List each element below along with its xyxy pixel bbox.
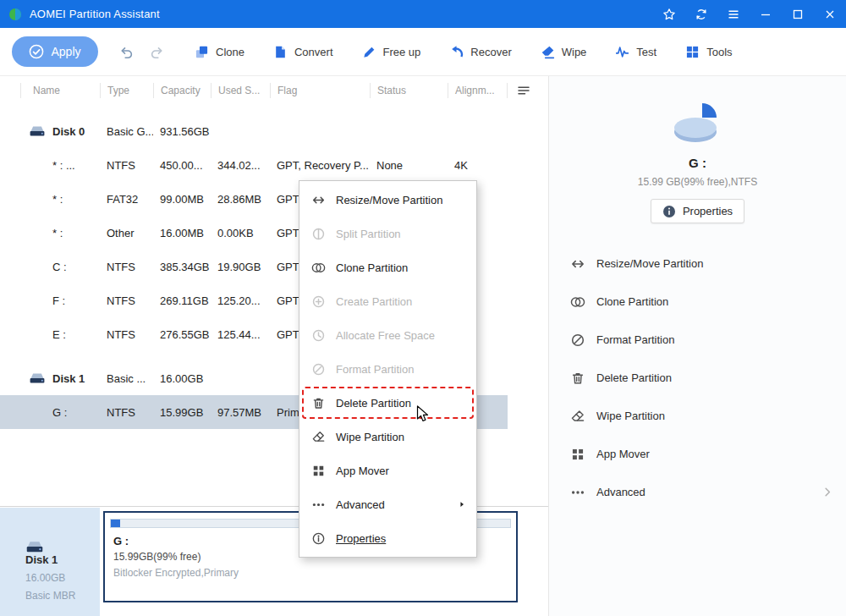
cell-capacity: 16.00GB [153, 372, 211, 385]
menu-item-delete-partition[interactable]: Delete Partition [299, 386, 476, 420]
toolbar-item-free-up[interactable]: Free up [362, 45, 421, 59]
menu-item-clone-partition[interactable]: Clone Partition [299, 250, 476, 284]
table-row-recovery[interactable]: * : ... NTFS 450.00... 344.02... GPT, Re… [0, 148, 508, 182]
format-partition-icon [311, 362, 326, 377]
menu-item-label: App Mover [336, 465, 389, 477]
toolbar-item-convert[interactable]: Convert [273, 45, 333, 59]
disk-name: Disk 1 [25, 553, 100, 566]
action-label: App Mover [596, 448, 650, 460]
toolbar-item-clone[interactable]: Clone [195, 45, 244, 59]
format-partition-icon [570, 333, 585, 348]
star-icon[interactable] [653, 0, 685, 28]
pie-chart [672, 102, 724, 146]
menu-item-label: Delete Partition [336, 397, 411, 410]
cell-status: None [370, 159, 448, 172]
free-up-icon [362, 45, 376, 59]
cell-type: Basic G... [100, 125, 153, 138]
usage-fill [111, 520, 120, 527]
cell-name: G : [52, 406, 67, 419]
cell-used: 97.57MB [211, 406, 270, 419]
menu-item-app-mover[interactable]: App Mover [299, 454, 476, 487]
toolbar-item-label: Wipe [562, 46, 587, 58]
cell-used: 19.90GB [211, 261, 270, 273]
column-settings-icon[interactable] [513, 82, 535, 99]
column-header-name: Name [20, 83, 100, 98]
wipe-partition-icon [570, 409, 585, 424]
apply-button[interactable]: Apply [12, 36, 98, 67]
cell-alignment: 4K [448, 159, 508, 172]
volume-name: G : [549, 156, 846, 170]
menu-icon[interactable] [717, 0, 750, 28]
action-label: Resize/Move Partition [596, 257, 703, 270]
cell-name: F : [52, 294, 65, 307]
toolbar-item-label: Tools [706, 46, 732, 58]
cell-capacity: 269.11GB [153, 294, 211, 307]
redo-button[interactable] [146, 41, 168, 63]
action-advanced[interactable]: Advanced [549, 473, 846, 511]
disk-type: Basic MBR [25, 590, 100, 602]
action-clone-partition[interactable]: Clone Partition [549, 283, 846, 321]
action-label: Format Partition [596, 333, 674, 346]
app-mover-icon [570, 447, 585, 462]
delete-partition-icon [570, 371, 585, 386]
toolbar-item-label: Free up [383, 46, 421, 58]
split-partition-icon [311, 227, 326, 241]
test-icon [615, 45, 629, 59]
partition-context-menu: Resize/Move Partition Split Partition Cl… [299, 180, 477, 558]
menu-item-properties[interactable]: Properties [299, 521, 476, 555]
menu-item-label: Wipe Partition [336, 431, 404, 443]
disk1-summary-block[interactable]: Disk 1 16.00GB Basic MBR [0, 508, 100, 616]
toolbar-item-label: Convert [294, 46, 333, 58]
toolbar-item-tools[interactable]: Tools [685, 45, 732, 59]
disk-icon [25, 538, 100, 553]
cell-name: * : [52, 227, 63, 239]
menu-item-label: Format Partition [336, 363, 414, 376]
properties-button[interactable]: Properties [651, 199, 744, 223]
tools-icon [685, 45, 700, 59]
action-wipe-partition[interactable]: Wipe Partition [549, 397, 846, 435]
cell-type: NTFS [100, 328, 153, 341]
chevron-right-icon [821, 486, 834, 498]
action-delete-partition[interactable]: Delete Partition [549, 359, 846, 397]
toolbar-item-wipe[interactable]: Wipe [541, 45, 587, 59]
toolbar-item-recover[interactable]: Recover [449, 45, 511, 59]
cell-capacity: 15.99GB [153, 406, 211, 419]
action-app-mover[interactable]: App Mover [549, 435, 846, 473]
maximize-icon[interactable] [782, 0, 814, 28]
cell-capacity: 385.34GB [153, 261, 211, 273]
advanced-icon [311, 498, 326, 512]
menu-item-format-partition: Format Partition [299, 352, 476, 386]
submenu-arrow-icon [458, 500, 466, 509]
undo-button[interactable] [115, 41, 137, 63]
cell-type: NTFS [100, 159, 153, 172]
toolbar-item-test[interactable]: Test [615, 45, 656, 59]
cell-used: 125.20... [211, 294, 270, 307]
menu-item-label: Split Partition [336, 228, 401, 240]
cell-capacity: 276.55GB [153, 328, 211, 341]
minimize-icon[interactable] [750, 0, 782, 28]
cell-name: E : [52, 328, 66, 341]
right-panel: G : 15.99 GB(99% free),NTFS Properties R… [548, 76, 846, 616]
menu-item-split-partition: Split Partition [299, 217, 476, 250]
table-header: Name Type Capacity Used S... Flag Status… [0, 80, 508, 101]
properties-icon [311, 531, 326, 546]
partition-actions-list: Resize/Move Partition Clone Partition Fo… [549, 245, 846, 511]
menu-item-wipe-partition[interactable]: Wipe Partition [299, 420, 476, 454]
column-header-capacity: Capacity [153, 83, 211, 98]
wipe-icon [541, 45, 555, 59]
volume-info: 15.99 GB(99% free),NTFS [549, 176, 846, 188]
menu-item-label: Create Partition [336, 295, 412, 308]
menu-item-label: Resize/Move Partition [336, 194, 442, 206]
table-row-disk0[interactable]: Disk 0 Basic G... 931.56GB [0, 114, 508, 148]
cell-type: NTFS [100, 261, 153, 273]
action-format-partition[interactable]: Format Partition [549, 321, 846, 359]
toolbar-menu: Clone Convert Free up Recover Wipe Test … [195, 45, 733, 59]
sync-icon[interactable] [685, 0, 717, 28]
action-resize-move-partition[interactable]: Resize/Move Partition [549, 245, 846, 283]
partition-flags: Bitlocker Encrypted,Primary [113, 567, 516, 579]
clone-partition-icon [570, 294, 585, 310]
close-icon[interactable] [814, 0, 846, 28]
menu-item-resize-move-partition[interactable]: Resize/Move Partition [299, 183, 476, 217]
menu-item-advanced[interactable]: Advanced [299, 487, 476, 521]
menu-item-label: Advanced [336, 498, 385, 511]
